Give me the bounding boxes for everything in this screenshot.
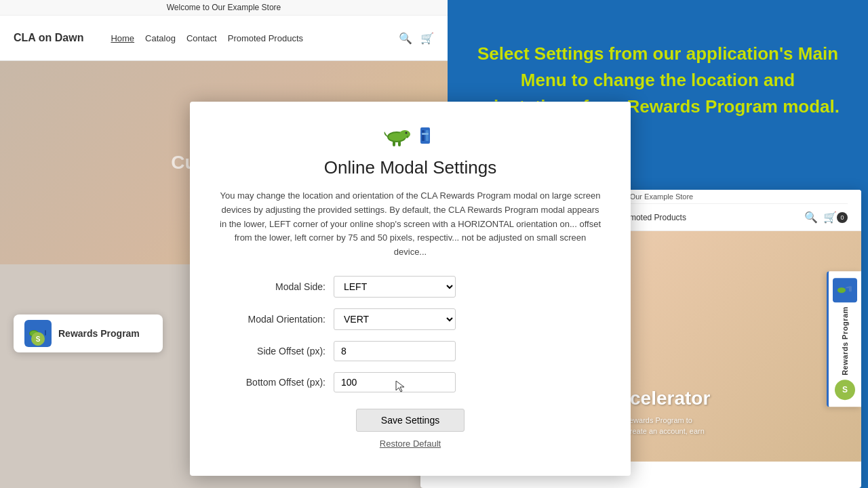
svg-point-4 [837,287,846,293]
modal-buttons: Save Settings Restore Default [217,409,604,449]
svg-rect-14 [426,130,429,141]
svg-rect-13 [422,130,425,141]
modal-side-select[interactable]: LEFT RIGHT [334,276,456,298]
svg-rect-15 [422,133,429,135]
right-cart-container: 🛒 0 [823,211,848,224]
shopify-icon: S [31,332,45,346]
modal-orientation-select[interactable]: VERT HORIZ [334,308,456,330]
left-nav-home[interactable]: Home [111,33,134,43]
cart-badge: 0 [837,212,848,223]
svg-rect-5 [849,286,852,291]
modal-side-field: Modal Side: LEFT RIGHT [217,276,604,298]
modal-title: Online Modal Settings [217,157,604,178]
left-store-logo: CLA on Dawn [14,32,83,44]
rewards-tab-text: Rewards Program [841,306,849,375]
left-store-nav-icons: 🔍 🛒 [399,32,434,45]
modal-logo [217,122,604,149]
svg-rect-3 [45,330,46,336]
bottom-offset-label: Bottom Offset (px): [217,377,326,388]
modal-orientation-label: Modal Orientation: [217,314,326,325]
modal-logo-image [383,122,437,149]
svg-rect-11 [398,141,401,146]
left-store-header: Welcome to Our Example Store CLA on Dawn… [0,0,448,61]
modal-orientation-field: Modal Orientation: VERT HORIZ [217,308,604,330]
rewards-widget[interactable]: S Rewards Program [14,314,163,352]
svg-point-9 [406,132,408,134]
side-offset-input[interactable] [334,341,456,361]
restore-defaults-button[interactable]: Restore Default [380,439,441,449]
settings-modal: Online Modal Settings You may change the… [190,102,631,476]
left-store-nav-links: Home Catalog Contact Promoted Products [111,33,385,43]
rewards-tab-icon [833,278,857,302]
right-search-icon[interactable]: 🔍 [804,211,818,224]
rewards-tab-shopify-icon: S [835,380,855,400]
svg-point-8 [399,130,410,138]
modal-description: You may change the location and orientat… [217,189,604,260]
right-store-nav-icons: 🔍 🛒 0 [804,211,848,224]
bottom-offset-field: Bottom Offset (px): [217,372,604,392]
save-settings-button[interactable]: Save Settings [356,409,465,432]
left-nav-contact[interactable]: Contact [186,33,217,43]
left-store-nav: CLA on Dawn Home Catalog Contact Promote… [0,16,448,60]
left-nav-catalog[interactable]: Catalog [145,33,176,43]
bottom-offset-input[interactable] [334,372,456,392]
modal-side-label: Modal Side: [217,281,326,292]
side-offset-label: Side Offset (px): [217,346,326,357]
cart-icon[interactable]: 🛒 [420,32,434,45]
rewards-icon: S [24,320,52,347]
right-cart-icon[interactable]: 🛒 [823,211,837,224]
left-nav-promoted[interactable]: Promoted Products [228,33,303,43]
rewards-vertical-tab[interactable]: Rewards Program S [827,271,861,407]
svg-rect-10 [393,141,395,146]
search-icon[interactable]: 🔍 [399,32,412,45]
side-offset-field: Side Offset (px): [217,341,604,361]
rewards-label: Rewards Program [58,328,140,339]
left-store-announcement: Welcome to Our Example Store [0,0,448,16]
